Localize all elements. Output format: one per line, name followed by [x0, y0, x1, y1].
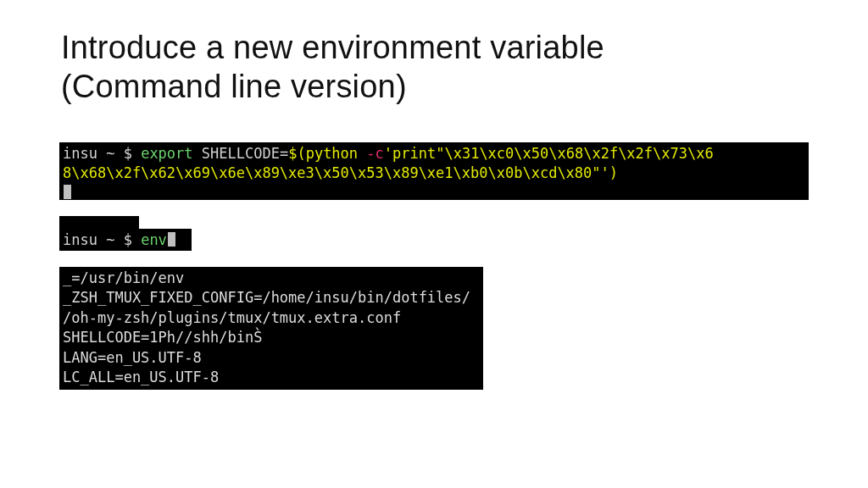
- var-name: SHELLCODE: [193, 145, 280, 162]
- prompt-sep-2: ~ $: [97, 231, 141, 248]
- terminal-env-output: _=/usr/bin/env _ZSH_TMUX_FIXED_CONFIG=/h…: [59, 267, 483, 390]
- subst-close: ): [609, 164, 618, 181]
- title-line-1: Introduce a new environment variable: [61, 30, 604, 65]
- env-line-3: /oh-my-zsh/plugins/tmux/tmux.extra.conf: [63, 309, 401, 326]
- slide-title: Introduce a new environment variable (Co…: [61, 29, 807, 106]
- prompt-user: insu: [63, 145, 97, 162]
- title-line-2: (Command line version): [61, 69, 407, 104]
- equals-sign: =: [280, 145, 288, 162]
- prompt-user-2: insu: [63, 231, 97, 248]
- env-command: env: [141, 231, 167, 248]
- cursor-block: [64, 185, 71, 199]
- slide: Introduce a new environment variable (Co…: [0, 0, 868, 488]
- subst-open: $(: [288, 145, 305, 162]
- terminal-export-block: insu ~ $ export SHELLCODE=$(python -c'pr…: [59, 142, 809, 200]
- shellcode-string-1: 'print"\x31\xc0\x50\x68\x2f\x2f\x73\x6: [384, 145, 714, 162]
- env-line-5: LANG=en_US.UTF-8: [63, 349, 202, 366]
- export-keyword: export: [141, 145, 192, 162]
- env-line-1: _=/usr/bin/env: [63, 269, 184, 286]
- flag-c: -c: [366, 145, 383, 162]
- terminal-env-block: insu ~ $ env: [59, 229, 192, 251]
- shellcode-string-2: 8\x68\x2f\x62\x69\x6e\x89\xe3\x50\x53\x8…: [63, 164, 609, 181]
- prompt-sep: ~ $: [97, 145, 141, 162]
- env-line-6: LC_ALL=en_US.UTF-8: [63, 369, 219, 385]
- env-line-4: SHELLCODE=1Ph//shh/binS̀: [63, 329, 262, 346]
- python-cmd: python: [306, 145, 367, 162]
- env-line-2: _ZSH_TMUX_FIXED_CONFIG=/home/insu/bin/do…: [63, 289, 470, 306]
- cursor-block-2: [168, 232, 175, 247]
